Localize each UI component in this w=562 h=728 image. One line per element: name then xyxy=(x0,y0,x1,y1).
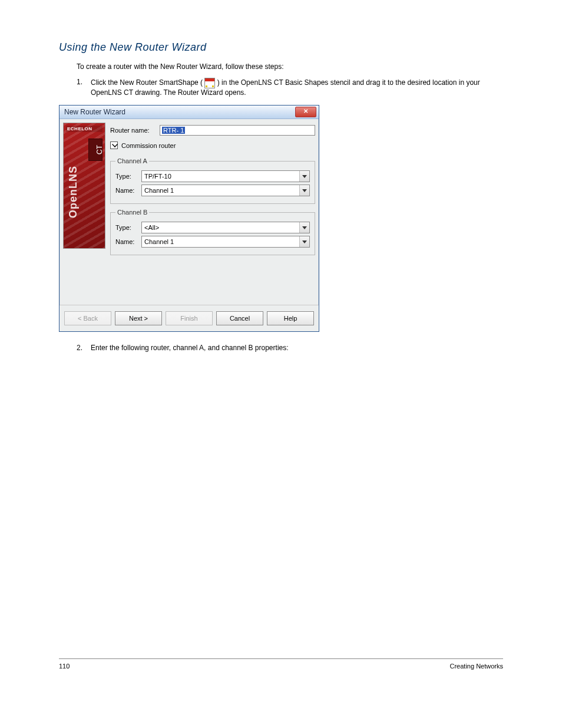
footer-section-title: Creating Networks xyxy=(450,663,503,670)
page-footer: 110 Creating Networks xyxy=(59,658,503,670)
sidebar-brand-text: ECHELON xyxy=(66,126,103,132)
chevron-down-icon[interactable] xyxy=(299,185,309,196)
finish-button: Finish xyxy=(166,311,213,325)
dialog-footer: < Back Next > Finish Cancel Help xyxy=(59,305,319,331)
channel-a-type-label: Type: xyxy=(115,173,141,180)
page-number: 110 xyxy=(59,663,70,670)
commission-router-checkbox[interactable] xyxy=(110,141,118,149)
channel-a-type-select[interactable]: TP/FT-10 xyxy=(141,170,310,182)
step-2-number: 2. xyxy=(77,344,86,352)
channel-b-type-select[interactable]: <All> xyxy=(141,222,310,233)
close-button[interactable]: ✕ xyxy=(295,107,316,117)
dialog-title: New Router Wizard xyxy=(64,108,125,116)
step-2-text: Enter the following router, channel A, a… xyxy=(91,344,503,352)
step-1-number: 1. xyxy=(77,78,86,86)
router-name-value: RTR- 1 xyxy=(162,127,185,134)
dialog-sidebar-graphic: ECHELON CT OpenLNS xyxy=(63,123,105,249)
sidebar-ct-badge: CT xyxy=(88,139,103,161)
channel-b-type-label: Type: xyxy=(115,224,141,231)
dialog-titlebar: New Router Wizard ✕ xyxy=(59,106,319,119)
channel-b-type-value: <All> xyxy=(142,222,299,233)
next-button[interactable]: Next > xyxy=(115,311,162,325)
new-router-wizard-dialog: New Router Wizard ✕ ECHELON CT OpenLNS R… xyxy=(59,105,319,332)
chevron-down-icon[interactable] xyxy=(299,171,309,182)
chevron-down-icon[interactable] xyxy=(299,222,309,233)
channel-a-group: Channel A Type: TP/FT-10 Name: Channel xyxy=(110,157,315,204)
intro-text: To create a router with the New Router W… xyxy=(77,62,503,72)
channel-b-legend: Channel B xyxy=(115,209,149,216)
commission-router-label: Commission router xyxy=(121,142,176,149)
channel-a-legend: Channel A xyxy=(115,157,149,164)
channel-b-name-label: Name: xyxy=(115,238,141,245)
router-name-input[interactable]: RTR- 1 xyxy=(160,125,315,136)
channel-a-name-select[interactable]: Channel 1 xyxy=(141,185,310,196)
section-heading: Using the New Router Wizard xyxy=(59,41,503,54)
channel-a-type-value: TP/FT-10 xyxy=(142,171,299,182)
channel-a-name-value: Channel 1 xyxy=(142,185,299,196)
back-button: < Back xyxy=(64,311,111,325)
cancel-button[interactable]: Cancel xyxy=(216,311,263,325)
channel-b-group: Channel B Type: <All> Name: Channel 1 xyxy=(110,209,315,255)
channel-a-name-label: Name: xyxy=(115,187,141,194)
channel-b-name-select[interactable]: Channel 1 xyxy=(141,236,310,248)
sidebar-product-text: OpenLNS xyxy=(67,166,80,218)
help-button[interactable]: Help xyxy=(267,311,314,325)
chevron-down-icon[interactable] xyxy=(299,236,309,247)
step-1-text-before: Click the New Router SmartShape ( xyxy=(91,79,203,87)
router-smartshape-icon xyxy=(204,78,215,88)
step-1-text: Click the New Router SmartShape ( ) in t… xyxy=(91,78,503,97)
channel-b-name-value: Channel 1 xyxy=(142,236,299,247)
router-name-label: Router name: xyxy=(110,127,160,134)
